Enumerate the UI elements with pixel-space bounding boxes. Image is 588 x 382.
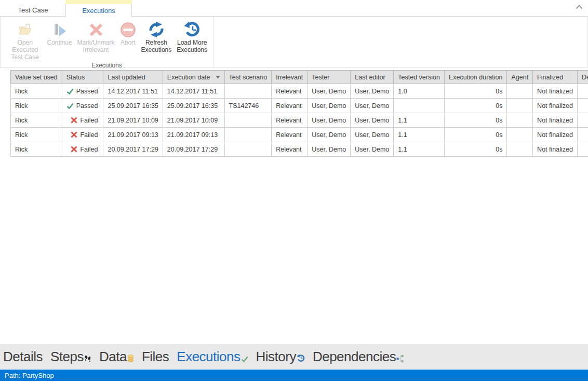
agent-cell xyxy=(507,142,533,157)
execution_duration-cell: 0s xyxy=(444,113,507,128)
chevron-up-icon xyxy=(576,5,583,9)
column-header-label: Defects xyxy=(582,74,588,81)
agent-cell xyxy=(507,99,533,113)
tab-label: Details xyxy=(3,349,43,365)
tab-label: Steps xyxy=(50,349,84,365)
defects-cell xyxy=(577,99,588,113)
column-header-tested_version[interactable]: Tested version xyxy=(394,71,445,84)
status-cell: Failed xyxy=(62,128,103,142)
test_scenario-cell xyxy=(224,128,272,142)
tested_version-cell: 1.1 xyxy=(394,113,445,128)
open-executed-test-case-button: Open Executed Test Case xyxy=(6,19,45,62)
value_set-cell: Rick xyxy=(11,84,62,99)
tab-dependencies[interactable]: Dependencies xyxy=(313,349,404,365)
column-header-label: Agent xyxy=(511,74,528,81)
tab-data[interactable]: Data xyxy=(99,349,134,365)
check-small-icon xyxy=(241,356,248,362)
defects-cell xyxy=(577,113,588,128)
tab-history[interactable]: History xyxy=(256,349,305,365)
check-icon xyxy=(66,103,74,109)
tab-label: Data xyxy=(99,349,127,365)
status-cell: Passed xyxy=(62,84,103,99)
last_updated-cell: 20.09.2017 17:29 xyxy=(103,142,163,157)
column-header-tester[interactable]: Tester xyxy=(308,71,351,84)
open-folder-icon xyxy=(17,23,33,36)
last_editor-cell: User, Demo xyxy=(351,84,394,99)
ribbon-group-label: Executions xyxy=(1,62,213,71)
history-arrow-icon xyxy=(184,21,201,38)
column-header-label: Value set used xyxy=(15,74,58,81)
table-header-row: Value set usedStatusLast updatedExecutio… xyxy=(11,71,588,84)
red-x-icon xyxy=(88,23,104,37)
ribbon-tab-executions[interactable]: Executions xyxy=(65,4,132,17)
tab-steps[interactable]: Steps xyxy=(50,349,91,365)
column-header-label: Last editor xyxy=(355,74,385,81)
execution_date-cell: 21.09.2017 09:13 xyxy=(163,128,224,142)
bottom-tab-bar: DetailsSteps Data FilesExecutions Histor… xyxy=(0,344,588,369)
last_updated-cell: 14.12.2017 11:51 xyxy=(103,84,163,99)
column-header-last_updated[interactable]: Last updated xyxy=(103,71,163,84)
column-header-status[interactable]: Status xyxy=(62,71,103,84)
test_scenario-cell: TS142746 xyxy=(224,99,272,113)
column-header-label: Finalized xyxy=(537,74,563,81)
ribbon-button-label: Continue xyxy=(47,39,72,46)
column-header-irrelevant[interactable]: Irrelevant xyxy=(272,71,308,84)
load-more-executions-button[interactable]: Load More Executions xyxy=(174,19,210,54)
finalized-cell: Not finalized xyxy=(533,142,578,157)
defects-cell xyxy=(577,128,588,142)
tester-cell: User, Demo xyxy=(308,113,351,128)
last_editor-cell: User, Demo xyxy=(351,99,394,113)
execution_date-cell: 20.09.2017 17:29 xyxy=(163,142,224,157)
finalized-cell: Not finalized xyxy=(533,84,578,99)
execution_date-cell: 14.12.2017 11:51 xyxy=(163,84,224,99)
tester-cell: User, Demo xyxy=(308,128,351,142)
mark-unmark-irrelevant-button: Mark/Unmark Irrelevant xyxy=(75,19,117,54)
status-cell: Passed xyxy=(62,99,103,113)
column-header-test_scenario[interactable]: Test scenario xyxy=(224,71,272,84)
table-row[interactable]: Rick Failed20.09.2017 17:2920.09.2017 17… xyxy=(11,142,588,157)
column-header-defects[interactable]: Defects xyxy=(577,71,588,84)
column-header-label: Status xyxy=(66,74,85,81)
ribbon-button-label: Refresh Executions xyxy=(141,39,172,53)
tested_version-cell: 1.1 xyxy=(394,142,445,157)
table-row[interactable]: Rick Passed14.12.2017 11:5114.12.2017 11… xyxy=(11,84,588,99)
continue-button: Continue xyxy=(45,19,75,47)
test_scenario-cell xyxy=(224,113,272,128)
status-label: Failed xyxy=(80,131,98,139)
tab-details[interactable]: Details xyxy=(3,349,43,365)
agent-cell xyxy=(507,84,533,99)
tab-files[interactable]: Files xyxy=(142,349,169,365)
table-row[interactable]: Rick Passed25.09.2017 16:3525.09.2017 16… xyxy=(11,99,588,113)
history-small-icon xyxy=(297,354,305,362)
value_set-cell: Rick xyxy=(11,113,62,128)
tab-label: Files xyxy=(142,349,169,365)
column-header-value_set[interactable]: Value set used xyxy=(11,71,62,84)
column-header-finalized[interactable]: Finalized xyxy=(533,71,578,84)
fail-x-icon xyxy=(71,117,77,124)
table-row[interactable]: Rick Failed21.09.2017 09:1321.09.2017 09… xyxy=(11,128,588,142)
column-header-label: Execution date xyxy=(167,74,210,81)
ribbon-tab-test-case[interactable]: Test Case xyxy=(0,4,66,16)
tab-executions[interactable]: Executions xyxy=(177,349,248,365)
ribbon-button-group: Open Executed Test Case Continue Mark/Un… xyxy=(1,17,213,67)
column-header-execution_date[interactable]: Execution date xyxy=(163,71,224,84)
sort-desc-icon xyxy=(216,76,220,79)
tab-label: Executions xyxy=(177,349,240,365)
last_editor-cell: User, Demo xyxy=(351,142,394,157)
irrelevant-cell: Relevant xyxy=(272,113,308,128)
footsteps-icon xyxy=(84,355,91,362)
refresh-executions-button[interactable]: Refresh Executions xyxy=(139,19,175,54)
collapse-ribbon-button[interactable] xyxy=(575,4,583,10)
finalized-cell: Not finalized xyxy=(533,128,578,142)
column-header-execution_duration[interactable]: Execution duration xyxy=(444,71,507,84)
column-header-label: Irrelevant xyxy=(276,74,303,81)
ribbon-button-label: Mark/Unmark Irrelevant xyxy=(77,39,115,53)
ribbon-button-label: Abort xyxy=(121,39,136,46)
status-cell: Failed xyxy=(62,113,103,128)
execution_duration-cell: 0s xyxy=(444,128,507,142)
table-row[interactable]: Rick Failed21.09.2017 10:0921.09.2017 10… xyxy=(11,113,588,128)
column-header-label: Execution duration xyxy=(449,74,503,81)
column-header-last_editor[interactable]: Last editor xyxy=(351,71,394,84)
coins-icon xyxy=(127,354,134,362)
column-header-agent[interactable]: Agent xyxy=(507,71,533,84)
